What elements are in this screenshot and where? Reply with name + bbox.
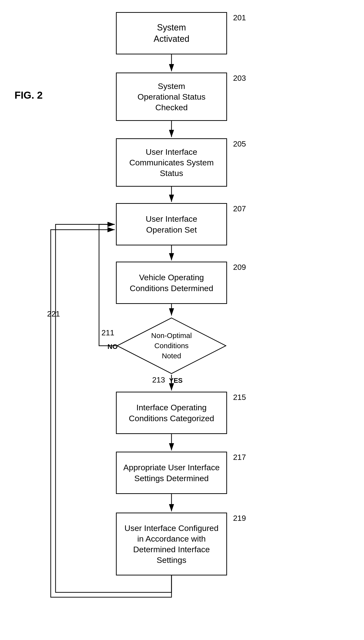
ref-215: 215 [233, 393, 246, 402]
diagram-container: FIG. 2 SystemActivated 201 SystemOperati… [0, 0, 364, 640]
box-interface-operating: Interface OperatingConditions Categorize… [116, 392, 227, 434]
ref-209: 209 [233, 263, 246, 272]
box-ui-communicates: User InterfaceCommunicates SystemStatus [116, 138, 227, 187]
ref-213: 213 [152, 376, 165, 385]
box-ui-operation-set: User InterfaceOperation Set [116, 203, 227, 245]
box-vehicle-operating-label: Vehicle OperatingConditions Determined [130, 272, 213, 293]
box-ui-configured: User Interface Configuredin Accordance w… [116, 513, 227, 575]
box-appropriate-settings: Appropriate User InterfaceSettings Deter… [116, 452, 227, 494]
diamond-label: Non-OptimalConditionsNoted [151, 331, 192, 361]
label-no: NO [108, 343, 118, 351]
label-yes: YES [169, 377, 182, 385]
ref-211: 211 [102, 328, 114, 337]
ref-203: 203 [233, 74, 246, 83]
ref-205: 205 [233, 140, 246, 148]
diamond-non-optimal: Non-OptimalConditionsNoted [116, 317, 227, 375]
box-system-activated-label: SystemActivated [154, 22, 189, 45]
box-interface-operating-label: Interface OperatingConditions Categorize… [129, 402, 214, 423]
box-ui-communicates-label: User InterfaceCommunicates SystemStatus [129, 147, 214, 179]
box-ui-operation-set-label: User InterfaceOperation Set [146, 213, 197, 235]
ref-217: 217 [233, 453, 246, 462]
box-vehicle-operating: Vehicle OperatingConditions Determined [116, 262, 227, 304]
box-appropriate-settings-label: Appropriate User InterfaceSettings Deter… [124, 462, 220, 483]
box-system-operational: SystemOperational StatusChecked [116, 73, 227, 121]
box-system-operational-label: SystemOperational StatusChecked [138, 81, 206, 113]
ref-201: 201 [233, 13, 246, 22]
box-ui-configured-label: User Interface Configuredin Accordance w… [124, 523, 218, 565]
ref-221: 221 [47, 309, 60, 318]
box-system-activated: SystemActivated [116, 12, 227, 54]
ref-207: 207 [233, 204, 246, 213]
ref-219: 219 [233, 514, 246, 523]
figure-label: FIG. 2 [14, 90, 43, 101]
